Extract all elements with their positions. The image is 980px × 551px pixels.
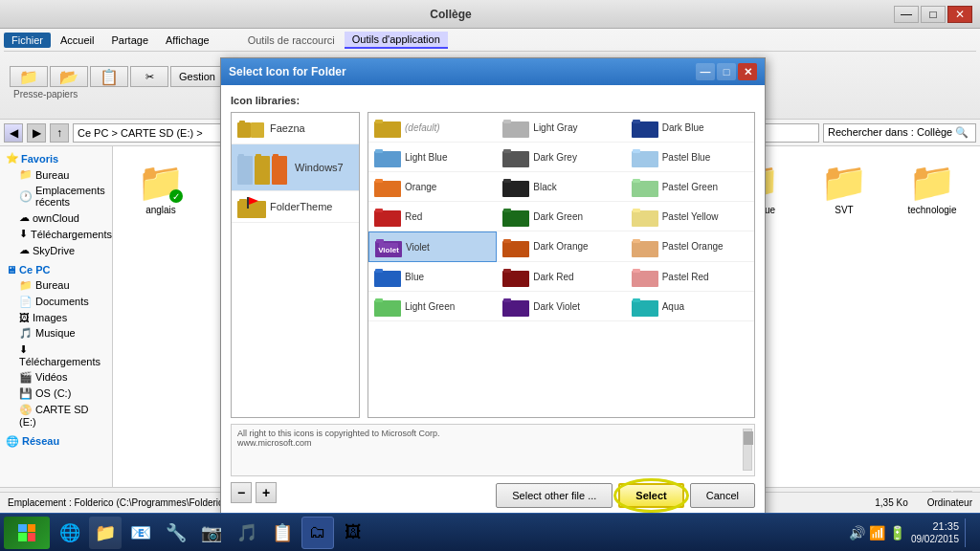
sidebar-telechargements[interactable]: ⬇ Téléchargements <box>15 226 108 242</box>
sidebar-owncloud[interactable]: ☁ ownCloud <box>15 209 108 226</box>
sidebar-skydrive[interactable]: ☁ SkyDrive <box>15 242 108 258</box>
taskbar-folder[interactable]: 📁 <box>89 517 122 549</box>
sidebar-reseau[interactable]: 🌐 Réseau <box>4 433 108 450</box>
sidebar-os[interactable]: 💾 OS (C:) <box>15 386 108 402</box>
search-bar[interactable]: Rechercher dans : Collège 🔍 <box>823 123 976 143</box>
sidebar-favorites[interactable]: ⭐Favoris <box>4 150 108 166</box>
sidebar-documents[interactable]: 📄 Documents <box>15 294 108 310</box>
taskbar-app7[interactable]: 🖼 <box>337 517 369 549</box>
sidebar-carte[interactable]: 📀 CARTE SD (E:) <box>15 402 108 430</box>
explorer-controls[interactable]: — □ ✕ <box>894 6 972 23</box>
icon-pastel-red[interactable]: Pastel Red <box>626 262 754 292</box>
size-plus-btn[interactable]: + <box>256 482 277 503</box>
svg-rect-43 <box>632 241 658 257</box>
theme-foldertheme[interactable]: FolderTheme <box>232 191 359 223</box>
theme-faezna[interactable]: Faezna <box>232 113 359 144</box>
icon-dark-violet[interactable]: Dark Violet <box>497 292 625 321</box>
icon-pastel-blue[interactable]: Pastel Blue <box>626 143 754 172</box>
sidebar-pc-bureau[interactable]: 📁 Bureau <box>15 277 108 294</box>
taskbar-app4[interactable]: 🎵 <box>231 517 263 549</box>
dialog-close[interactable]: ✕ <box>738 63 757 80</box>
icon-light-blue[interactable]: Light Blue <box>368 143 497 172</box>
sidebar-images[interactable]: 🖼 Images <box>15 310 108 325</box>
svg-rect-4 <box>238 154 244 158</box>
menu-fichier[interactable]: Fichier <box>4 33 51 48</box>
maximize-btn[interactable]: □ <box>921 6 946 23</box>
select-btn[interactable]: Select <box>618 483 683 508</box>
icon-dark-grey[interactable]: Dark Grey <box>497 143 625 172</box>
theme-windows7-label: Windows7 <box>295 162 344 173</box>
sidebar-cepc[interactable]: 🖥 Ce PC <box>4 262 108 277</box>
icon-dark-green[interactable]: Dark Green <box>497 202 625 231</box>
icon-dark-red[interactable]: Dark Red <box>497 262 625 292</box>
sidebar-videos[interactable]: 🎬 Vidéos <box>15 369 108 386</box>
toolbar-btn-3[interactable]: 📋 <box>90 66 128 87</box>
icon-black[interactable]: Black <box>497 172 625 202</box>
minimize-btn[interactable]: — <box>894 6 919 23</box>
menu-outils-application[interactable]: Outils d'application <box>345 32 448 49</box>
taskbar-ie[interactable]: 🌐 <box>54 517 86 549</box>
svg-rect-44 <box>633 239 640 243</box>
icon-default[interactable]: (default) <box>368 113 497 143</box>
svg-rect-45 <box>374 271 401 287</box>
start-button[interactable] <box>4 517 50 549</box>
icon-orange[interactable]: Orange <box>368 172 497 202</box>
nav-forward[interactable]: ▶ <box>27 123 46 143</box>
dialog-maximize[interactable]: □ <box>717 63 736 80</box>
taskbar-app3[interactable]: 📷 <box>195 517 228 549</box>
close-btn[interactable]: ✕ <box>947 6 972 23</box>
sidebar-dl[interactable]: ⬇ Téléchargements <box>15 342 108 369</box>
icon-aqua[interactable]: Aqua <box>626 292 754 321</box>
folder-svt[interactable]: 📁 SVT <box>806 156 882 219</box>
cancel-btn[interactable]: Cancel <box>690 483 755 508</box>
svg-rect-41 <box>502 241 529 257</box>
sidebar-musique[interactable]: 🎵 Musique <box>15 325 108 342</box>
icon-dark-blue[interactable]: Dark Blue <box>626 113 754 143</box>
nav-up[interactable]: ↑ <box>50 123 69 143</box>
dialog-minimize[interactable]: — <box>696 63 715 80</box>
taskbar-app5[interactable]: 📋 <box>266 517 299 549</box>
icon-violet[interactable]: Violet Violet <box>368 231 497 262</box>
sidebar-recent[interactable]: 🕐 Emplacements récents <box>15 183 108 209</box>
time-display: 21:35 <box>911 519 959 533</box>
taskbar-clock[interactable]: 21:35 09/02/2015 <box>911 519 959 545</box>
select-other-btn[interactable]: Select other file ... <box>496 483 612 508</box>
dialog-window-controls[interactable]: — □ ✕ <box>696 63 757 80</box>
menu-partage[interactable]: Partage <box>103 33 156 48</box>
svg-rect-0 <box>237 122 251 138</box>
theme-windows7[interactable]: Windows7 <box>232 144 359 191</box>
icon-dark-orange[interactable]: Dark Orange <box>497 231 625 262</box>
toolbar-btn-1[interactable]: 📁 <box>10 66 48 87</box>
nav-back[interactable]: ◀ <box>4 123 23 143</box>
tray-icon-2[interactable]: 📶 <box>869 525 885 540</box>
tray-icon-3[interactable]: 🔋 <box>889 525 905 540</box>
icon-red[interactable]: Red <box>368 202 497 231</box>
toolbar-btn-move[interactable]: ✂ <box>130 66 168 87</box>
icon-pastel-orange[interactable]: Pastel Orange <box>626 231 754 262</box>
svg-rect-18 <box>633 120 640 123</box>
taskbar-app1[interactable]: 📧 <box>124 517 157 549</box>
folder-technologie[interactable]: 📁 technologie <box>894 156 970 219</box>
menu-outils-raccourci[interactable]: Outils de raccourci <box>240 33 343 48</box>
theme-foldertheme-label: FolderTheme <box>270 201 332 212</box>
theme-panel: Faezna <box>231 112 360 418</box>
folder-anglais[interactable]: 📁✓ anglais <box>122 156 199 219</box>
icon-grid-panel: (default) Light Gray <box>368 112 755 418</box>
size-minus-btn[interactable]: − <box>231 482 252 503</box>
icon-grid-container[interactable]: (default) Light Gray <box>368 112 755 418</box>
icon-light-gray[interactable]: Light Gray <box>497 113 625 143</box>
sidebar-bureau[interactable]: 📁 Bureau <box>15 166 108 183</box>
taskbar-app6[interactable]: 🗂 <box>301 517 334 549</box>
icon-light-green[interactable]: Light Green <box>368 292 497 321</box>
icon-pastel-yellow[interactable]: Pastel Yellow <box>626 202 754 231</box>
menu-affichage[interactable]: Affichage <box>158 33 217 48</box>
icon-blue[interactable]: Blue <box>368 262 497 292</box>
taskbar-app2[interactable]: 🔧 <box>160 517 192 549</box>
show-desktop[interactable] <box>965 518 970 547</box>
toolbar-btn-2[interactable]: 📂 <box>50 66 88 87</box>
svg-rect-47 <box>502 271 529 287</box>
toolbar-gestion[interactable]: Gestion <box>170 66 224 87</box>
icon-pastel-green[interactable]: Pastel Green <box>626 172 754 202</box>
tray-icon-1[interactable]: 🔊 <box>849 525 865 540</box>
menu-accueil[interactable]: Accueil <box>53 33 101 48</box>
